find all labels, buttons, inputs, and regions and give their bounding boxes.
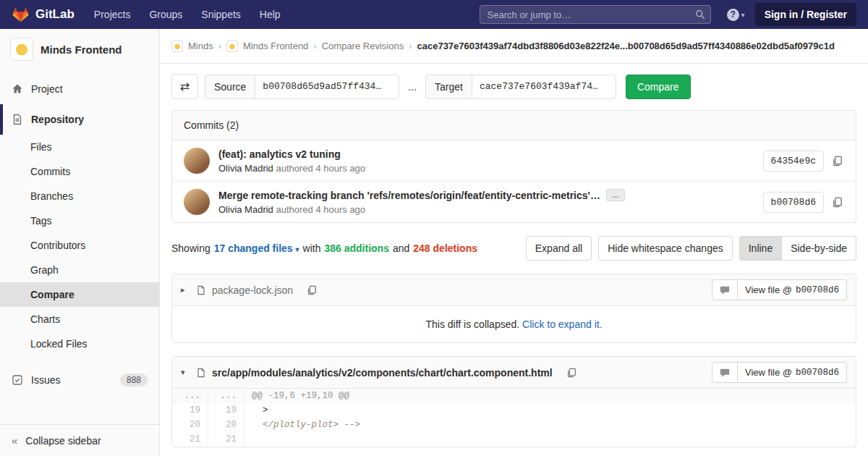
compare-form: ⇄ Source ... Target Compare: [171, 71, 856, 110]
target-ref-input[interactable]: [472, 75, 616, 99]
new-line-number: ...: [208, 389, 244, 403]
sidebar-item-repository[interactable]: Repository: [0, 104, 159, 135]
copy-sha-button[interactable]: [830, 195, 844, 209]
breadcrumb-section-link[interactable]: Compare Revisions: [322, 41, 404, 51]
top-navbar: GitLab Projects Groups Snippets Help ? ▾…: [0, 0, 868, 29]
diff-table: ... ... @@ -19,6 +19,10 @@ 19 19 > 20 20: [172, 388, 856, 447]
breadcrumb-project-link[interactable]: Minds Frontend: [243, 41, 308, 51]
new-line-number[interactable]: 21: [208, 432, 244, 447]
commit-authored-ago: authored 4 hours ago: [276, 163, 365, 174]
and-label: and: [393, 242, 409, 254]
breadcrumb-separator: ›: [313, 41, 316, 51]
hide-whitespace-button[interactable]: Hide whitespace changes: [598, 236, 733, 261]
sidebar-item-tags[interactable]: Tags: [0, 208, 159, 233]
sidebar-item-contributors[interactable]: Contributors: [0, 233, 159, 258]
nav-projects[interactable]: Projects: [85, 0, 140, 29]
sidebar-item-charts[interactable]: Charts: [0, 307, 159, 332]
old-line-number[interactable]: 21: [172, 432, 208, 447]
gitlab-home-link[interactable]: GitLab: [12, 6, 75, 23]
search-input[interactable]: [480, 5, 711, 24]
compare-content: ⇄ Source ... Target Compare Commits (2): [160, 64, 868, 456]
commit-title-link[interactable]: Merge remote-tracking branch 'refs/remot…: [218, 190, 600, 201]
old-line-number[interactable]: 20: [172, 418, 208, 432]
sidebar-item-graph[interactable]: Graph: [0, 258, 159, 282]
caret-right-icon[interactable]: ▸: [181, 285, 190, 295]
help-dropdown[interactable]: ? ▾: [727, 9, 745, 21]
caret-down-icon[interactable]: ▾: [181, 368, 190, 377]
commit-author-link[interactable]: Olivia Madrid: [218, 163, 273, 174]
source-ref-input[interactable]: [255, 75, 399, 99]
sidebar-item-locked-files[interactable]: Locked Files: [0, 332, 159, 356]
code-line: </plotly-plot> -->: [244, 418, 856, 432]
toggle-comments-button[interactable]: [712, 279, 738, 300]
code-line: >: [244, 403, 856, 418]
nav-help[interactable]: Help: [250, 0, 290, 29]
copy-file-path-button[interactable]: [565, 366, 578, 379]
collapse-label: Collapse sidebar: [25, 435, 101, 447]
new-line-number[interactable]: 19: [208, 403, 244, 418]
breadcrumb-group-link[interactable]: Minds: [188, 41, 213, 51]
commit-author-link[interactable]: Olivia Madrid: [218, 204, 273, 215]
search-icon: [695, 9, 705, 20]
toggle-comments-button[interactable]: [712, 362, 738, 383]
expand-diff-link[interactable]: Click to expand it.: [522, 318, 603, 330]
new-line-number[interactable]: 20: [208, 418, 244, 432]
compare-button[interactable]: Compare: [626, 75, 691, 99]
clipboard-icon: [307, 285, 317, 295]
file-icon: [196, 285, 206, 295]
changed-files-dropdown[interactable]: 17 changed files ▾: [214, 242, 299, 254]
view-file-button[interactable]: View file @ b00708d6: [738, 362, 847, 383]
code-line: [244, 432, 856, 447]
comment-icon: [720, 285, 730, 295]
view-file-sha: b00708d6: [796, 285, 839, 295]
sidebar-item-commits[interactable]: Commits: [0, 159, 159, 184]
view-file-label: View file @: [745, 284, 792, 295]
nav-snippets[interactable]: Snippets: [192, 0, 250, 29]
commit-message-expander[interactable]: ...: [606, 189, 625, 201]
commit-sha-link[interactable]: b00708d6: [763, 192, 824, 213]
file-actions: View file @ b00708d6: [712, 362, 847, 383]
sidebar-item-issues[interactable]: Issues 888: [0, 365, 159, 395]
inline-view-button[interactable]: Inline: [739, 236, 782, 261]
file-path-link[interactable]: package-lock.json: [212, 284, 293, 296]
group-avatar: [171, 41, 183, 52]
commit-row: Merge remote-tracking branch 'refs/remot…: [172, 181, 856, 222]
commits-panel: Commits (2) (feat): analytics v2 tuning …: [171, 110, 856, 223]
sidebar-item-files[interactable]: Files: [0, 135, 159, 159]
range-ellipsis: ...: [406, 81, 419, 93]
copy-sha-button[interactable]: [830, 154, 844, 168]
collapse-icon: «: [12, 434, 17, 447]
additions-count: 386 additions: [324, 242, 388, 254]
sidebar-item-project[interactable]: Project: [0, 74, 159, 104]
expand-all-button[interactable]: Expand all: [526, 236, 592, 261]
sidebar-item-branches[interactable]: Branches: [0, 184, 159, 208]
hunk-header: @@ -19,6 +19,10 @@: [244, 389, 856, 403]
diff-hunk-row: ... ... @@ -19,6 +19,10 @@: [172, 389, 856, 403]
commit-meta: Olivia Madrid authored 4 hours ago: [218, 204, 763, 215]
old-line-number[interactable]: 19: [172, 403, 208, 418]
view-file-button[interactable]: View file @ b00708d6: [738, 279, 847, 300]
main-content: Minds › Minds Frontend › Compare Revisio…: [160, 29, 868, 456]
file-path-link[interactable]: src/app/modules/analytics/v2/components/…: [212, 367, 553, 379]
navbar-search: [480, 5, 711, 24]
sidebar-project-header[interactable]: Minds Frontend: [0, 29, 159, 69]
repository-submenu: Files Commits Branches Tags Contributors…: [0, 135, 159, 356]
avatar: [184, 189, 210, 215]
sign-in-button[interactable]: Sign in / Register: [755, 3, 856, 26]
showing-label: Showing: [171, 242, 210, 254]
gitlab-compare-page: GitLab Projects Groups Snippets Help ? ▾…: [0, 0, 868, 456]
body-row: Minds Frontend Project Repository Files: [0, 29, 868, 456]
diff-file-panel: ▸ package-lock.json: [171, 274, 856, 343]
issues-count-badge: 888: [120, 373, 148, 387]
project-name: Minds Frontend: [41, 43, 122, 56]
commit-authored-ago: authored 4 hours ago: [276, 204, 365, 215]
swap-revisions-button[interactable]: ⇄: [171, 74, 198, 99]
copy-file-path-button[interactable]: [305, 284, 318, 297]
sidebar-item-compare[interactable]: Compare: [0, 282, 159, 307]
commit-title-link[interactable]: (feat): analytics v2 tuning: [218, 148, 341, 160]
side-by-side-view-button[interactable]: Side-by-side: [782, 236, 856, 261]
commit-sha-link[interactable]: 64354e9c: [763, 151, 824, 172]
breadcrumb-separator: ›: [409, 41, 412, 51]
nav-groups[interactable]: Groups: [140, 0, 192, 29]
collapse-sidebar-button[interactable]: « Collapse sidebar: [0, 424, 159, 456]
